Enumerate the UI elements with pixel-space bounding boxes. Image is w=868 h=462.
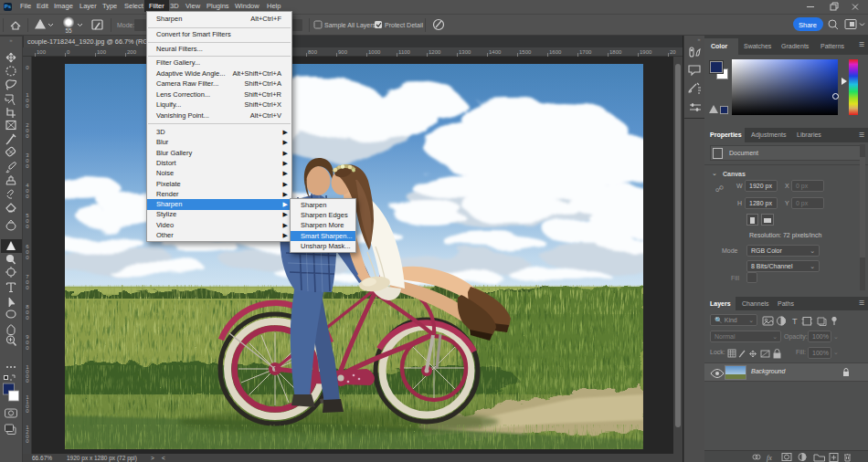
svg-text:»: » [697,37,701,42]
svg-text:T: T [792,317,798,326]
svg-text:fx: fx [767,454,772,462]
svg-text:0: 0 [26,194,29,199]
svg-text:Sample All Layers: Sample All Layers [324,22,376,29]
svg-text:1000: 1000 [368,49,381,55]
svg-text:0: 0 [26,163,29,169]
svg-text:0: 0 [26,378,29,383]
svg-text:1800: 1800 [609,49,622,55]
svg-text:Share: Share [799,21,817,29]
svg-text:1700: 1700 [579,49,592,55]
svg-text:0: 0 [26,224,29,229]
svg-text:900: 900 [338,49,348,55]
svg-text:1900: 1900 [640,49,652,55]
svg-text:1200: 1200 [429,49,441,55]
svg-text:Protect Detail: Protect Detail [385,22,423,28]
svg-text:0: 0 [26,438,29,444]
svg-text:100: 100 [37,49,47,55]
svg-text:0: 0 [26,133,29,139]
svg-text:100: 100 [97,49,107,55]
svg-text:0: 0 [26,103,29,109]
svg-text:55: 55 [65,27,72,34]
svg-text:0: 0 [26,408,29,414]
svg-text:0: 0 [67,49,70,55]
svg-text:1400: 1400 [489,49,502,55]
svg-text:1300: 1300 [459,49,471,55]
svg-text:1500: 1500 [519,49,532,55]
svg-text:0: 0 [26,255,29,260]
svg-text:0: 0 [26,65,29,70]
svg-text:0: 0 [26,345,29,351]
svg-text:800: 800 [308,49,318,55]
svg-text:»: » [9,37,13,43]
svg-text:1600: 1600 [549,49,562,55]
svg-text:0: 0 [26,315,29,320]
svg-text:1100: 1100 [398,49,411,55]
svg-text:0: 0 [26,285,29,290]
svg-text:Mode:: Mode: [117,22,135,28]
svg-text:200: 200 [127,49,137,55]
svg-text:20: 20 [670,49,676,55]
